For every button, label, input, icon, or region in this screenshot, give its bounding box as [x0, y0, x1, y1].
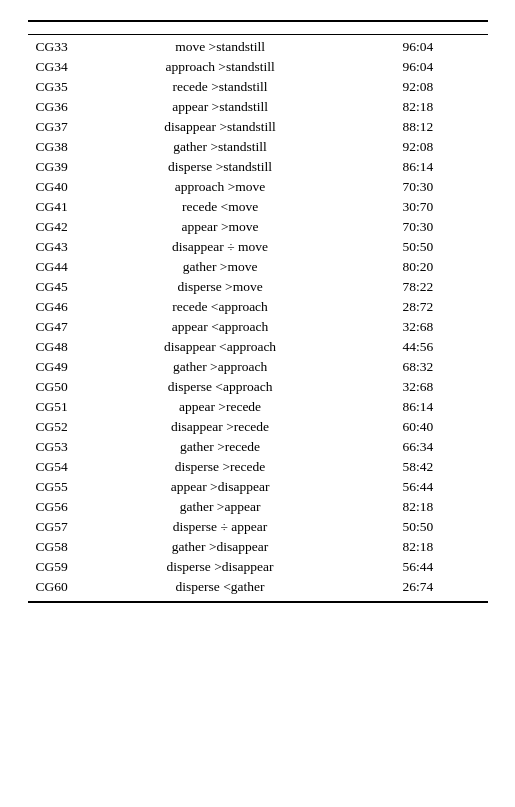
cell-obj: gather >move — [92, 257, 349, 277]
cell-seq: CG60 — [28, 577, 92, 601]
cell-ratio: 26:74 — [348, 577, 487, 601]
table-row: CG58gather >disappear82:18 — [28, 537, 488, 557]
table-row: CG43disappear ÷ move50:50 — [28, 237, 488, 257]
cell-obj: gather >recede — [92, 437, 349, 457]
table-row: CG52disappear >recede60:40 — [28, 417, 488, 437]
cell-obj: disperse >disappear — [92, 557, 349, 577]
main-table-container: CG33move >standstill96:04CG34approach >s… — [28, 20, 488, 603]
cell-ratio: 68:32 — [348, 357, 487, 377]
cell-seq: CG40 — [28, 177, 92, 197]
table-row: CG46recede <approach28:72 — [28, 297, 488, 317]
data-table: CG33move >standstill96:04CG34approach >s… — [28, 22, 488, 601]
table-row: CG53gather >recede66:34 — [28, 437, 488, 457]
cell-seq: CG36 — [28, 97, 92, 117]
cell-obj: gather >appear — [92, 497, 349, 517]
table-row: CG47appear <approach32:68 — [28, 317, 488, 337]
cell-ratio: 82:18 — [348, 537, 487, 557]
cell-obj: disperse <gather — [92, 577, 349, 601]
cell-seq: CG37 — [28, 117, 92, 137]
cell-ratio: 78:22 — [348, 277, 487, 297]
header-ratio — [348, 22, 487, 35]
cell-obj: disperse >move — [92, 277, 349, 297]
table-row: CG35recede >standstill92:08 — [28, 77, 488, 97]
cell-obj: disappear ÷ move — [92, 237, 349, 257]
table-row: CG59disperse >disappear56:44 — [28, 557, 488, 577]
cell-ratio: 86:14 — [348, 397, 487, 417]
cell-obj: appear >standstill — [92, 97, 349, 117]
cell-seq: CG56 — [28, 497, 92, 517]
cell-seq: CG35 — [28, 77, 92, 97]
cell-ratio: 32:68 — [348, 317, 487, 337]
cell-ratio: 88:12 — [348, 117, 487, 137]
cell-seq: CG54 — [28, 457, 92, 477]
cell-seq: CG43 — [28, 237, 92, 257]
table-row: CG50disperse <approach32:68 — [28, 377, 488, 397]
table-row: CG51appear >recede86:14 — [28, 397, 488, 417]
cell-seq: CG47 — [28, 317, 92, 337]
cell-obj: disappear >standstill — [92, 117, 349, 137]
cell-seq: CG41 — [28, 197, 92, 217]
table-row: CG48disappear <approach44:56 — [28, 337, 488, 357]
cell-seq: CG39 — [28, 157, 92, 177]
cell-obj: disperse <approach — [92, 377, 349, 397]
table-row: CG42appear >move70:30 — [28, 217, 488, 237]
table-row: CG36appear >standstill82:18 — [28, 97, 488, 117]
cell-seq: CG59 — [28, 557, 92, 577]
cell-obj: gather >approach — [92, 357, 349, 377]
cell-seq: CG48 — [28, 337, 92, 357]
cell-seq: CG51 — [28, 397, 92, 417]
table-row: CG49gather >approach68:32 — [28, 357, 488, 377]
table-row: CG38gather >standstill92:08 — [28, 137, 488, 157]
cell-obj: recede <move — [92, 197, 349, 217]
cell-obj: disappear <approach — [92, 337, 349, 357]
table-row: CG40approach >move70:30 — [28, 177, 488, 197]
cell-obj: recede <approach — [92, 297, 349, 317]
cell-ratio: 32:68 — [348, 377, 487, 397]
cell-seq: CG53 — [28, 437, 92, 457]
cell-ratio: 82:18 — [348, 497, 487, 517]
cell-seq: CG38 — [28, 137, 92, 157]
table-row: CG37disappear >standstill88:12 — [28, 117, 488, 137]
cell-ratio: 30:70 — [348, 197, 487, 217]
cell-obj: appear <approach — [92, 317, 349, 337]
cell-obj: gather >disappear — [92, 537, 349, 557]
cell-ratio: 44:56 — [348, 337, 487, 357]
cell-ratio: 70:30 — [348, 177, 487, 197]
cell-ratio: 28:72 — [348, 297, 487, 317]
cell-ratio: 58:42 — [348, 457, 487, 477]
cell-ratio: 56:44 — [348, 477, 487, 497]
cell-ratio: 66:34 — [348, 437, 487, 457]
table-row: CG54disperse >recede58:42 — [28, 457, 488, 477]
cell-ratio: 80:20 — [348, 257, 487, 277]
cell-seq: CG33 — [28, 35, 92, 58]
cell-obj: disperse >recede — [92, 457, 349, 477]
table-row: CG34approach >standstill96:04 — [28, 57, 488, 77]
cell-obj: appear >disappear — [92, 477, 349, 497]
table-row: CG55appear >disappear56:44 — [28, 477, 488, 497]
table-row: CG57disperse ÷ appear50:50 — [28, 517, 488, 537]
table-row: CG45disperse >move78:22 — [28, 277, 488, 297]
cell-obj: appear >recede — [92, 397, 349, 417]
cell-obj: disperse >standstill — [92, 157, 349, 177]
cell-ratio: 96:04 — [348, 35, 487, 58]
header-seq — [28, 22, 92, 35]
table-row: CG39disperse >standstill86:14 — [28, 157, 488, 177]
cell-ratio: 86:14 — [348, 157, 487, 177]
cell-seq: CG49 — [28, 357, 92, 377]
cell-ratio: 60:40 — [348, 417, 487, 437]
cell-ratio: 56:44 — [348, 557, 487, 577]
cell-obj: disappear >recede — [92, 417, 349, 437]
header-obj — [92, 22, 349, 35]
cell-ratio: 82:18 — [348, 97, 487, 117]
cell-ratio: 92:08 — [348, 137, 487, 157]
cell-seq: CG44 — [28, 257, 92, 277]
cell-obj: recede >standstill — [92, 77, 349, 97]
cell-seq: CG34 — [28, 57, 92, 77]
cell-obj: approach >standstill — [92, 57, 349, 77]
table-row: CG41recede <move30:70 — [28, 197, 488, 217]
cell-ratio: 96:04 — [348, 57, 487, 77]
cell-ratio: 50:50 — [348, 517, 487, 537]
table-row: CG33move >standstill96:04 — [28, 35, 488, 58]
cell-seq: CG57 — [28, 517, 92, 537]
table-row: CG56gather >appear82:18 — [28, 497, 488, 517]
